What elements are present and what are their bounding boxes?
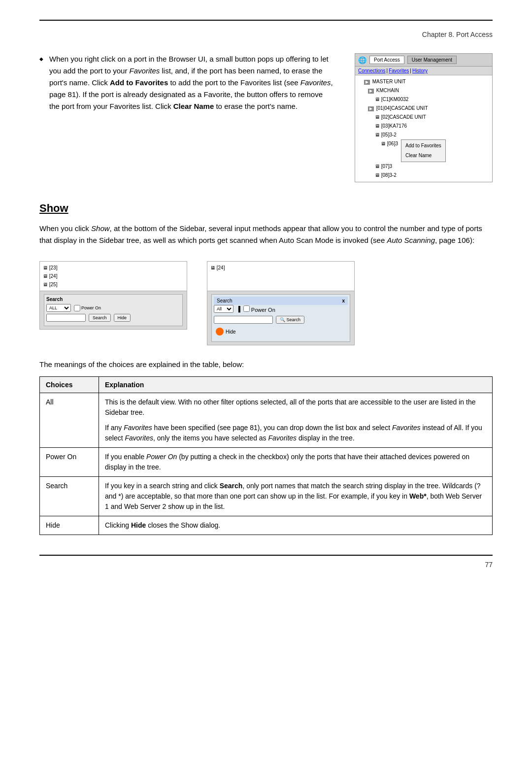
col-choices: Choices [40,377,99,393]
choice-cell: All [40,393,99,448]
page-number: 77 [39,561,493,569]
table-row: SearchIf you key in a search string and … [40,477,493,516]
hide-icon [216,328,224,335]
tab-port-access[interactable]: Port Access [369,56,404,64]
right-dialog-controls: Search x All ▐ Power On [207,291,354,345]
meanings-text: The meanings of the choices are explaine… [39,360,493,369]
tree-item-master[interactable]: ▶ MASTER UNIT [358,77,489,86]
context-menu: Add to Favorites Clear Name [401,139,446,162]
choices-table: Choices Explanation AllThis is the defau… [39,376,493,535]
left-controls-row1: ALL Power On [46,304,180,312]
tree-item-23[interactable]: 🖥 [23] [43,264,184,272]
hide-button-left[interactable]: Hide [114,314,131,322]
explanation-cell: Clicking Hide closes the Show dialog. [99,516,493,535]
all-dropdown-left[interactable]: ALL [46,304,71,312]
search-button-left[interactable]: Search [89,314,111,322]
search-label-left: Search [46,297,180,302]
top-rule [39,20,493,21]
clear-name-menu[interactable]: Clear Name [401,151,445,161]
tree-item-06-row: 🖥 [06]3 Add to Favorites Clear Name [358,139,489,162]
search-bar-label: Search [217,298,233,303]
nav-history[interactable]: History [412,68,428,73]
explanation-cell: This is the default view. With no other … [99,393,493,448]
tree-item-08[interactable]: 🖥 [08]3-2 [358,171,489,180]
nav-connections[interactable]: Connections [358,68,386,73]
tree-item-25[interactable]: 🖥 [25] [43,280,184,289]
show-heading: Show [39,202,493,215]
power-on-checkbox-right[interactable] [243,305,250,312]
expand-icon: ▶ [368,106,374,111]
right-show-dialog: 🖥 [24] Search x All ▐ [207,261,355,345]
tree-item-km0032[interactable]: 🖥 [C1]KM0032 [358,95,489,104]
power-on-label-right: Power On [243,305,275,313]
col-explanation: Explanation [99,377,493,393]
expand-icon: ▶ [368,89,374,94]
tree-item-cascade2[interactable]: 🖥 [02]CASCADE UNIT [358,113,489,122]
bullet-section: When you right click on a port in the Br… [39,53,493,182]
tree-item-kmchain[interactable]: ▶ KMCHAIN [358,86,489,95]
screenshot-tree: ▶ MASTER UNIT ▶ KMCHAIN 🖥 [C1]KM0032 ▶ [… [355,75,492,182]
tree-item-24[interactable]: 🖥 [24] [43,272,184,280]
expand-icon: ▶ [364,80,370,85]
right-controls-row2: 🔍 Search [214,316,348,324]
screenshot-toolbar: 🌐 Port Access User Management [355,54,492,67]
tree-item-cascade1[interactable]: ▶ [01|04]CASCADE UNIT [358,104,489,113]
search-input-right[interactable] [214,316,273,324]
show-description: When you click Show, at the bottom of th… [39,223,493,246]
tree-item-07[interactable]: 🖥 [07]3 [358,162,489,171]
table-row: HideClicking Hide closes the Show dialog… [40,516,493,535]
left-controls-row2: Search Hide [46,314,180,322]
hide-button-right[interactable]: Hide [214,327,238,336]
power-on-label-left: Power On [74,305,101,311]
explanation-cell: If you enable Power On (by putting a che… [99,448,493,477]
globe-icon: 🌐 [358,56,366,64]
left-dialog-tree: 🖥 [23] 🖥 [24] 🖥 [25] [40,262,187,291]
search-input-left[interactable] [46,314,86,322]
right-dialog-tree: 🖥 [24] [207,262,354,291]
bottom-rule [39,555,493,556]
bullet-text: When you right click on a port in the Br… [39,53,335,116]
left-tree-items: 🖥 [23] 🖥 [24] 🖥 [25] [43,264,184,289]
choice-cell: Search [40,477,99,516]
explanation-cell: If you key in a search string and click … [99,477,493,516]
tree-item-06[interactable]: 🖥 [06]3 [375,139,398,148]
screenshot-box: 🌐 Port Access User Management Connection… [355,53,493,182]
tree-item-ka7176[interactable]: 🖥 [03]KA7176 [358,122,489,131]
show-screenshots: 🖥 [23] 🖥 [24] 🖥 [25] Search ALL Power On [39,261,493,345]
screenshot-nav: Connections | Favorites | History [355,67,492,75]
add-to-favorites-menu[interactable]: Add to Favorites [401,141,445,151]
tree-item-24-right[interactable]: 🖥 [24] [210,264,351,272]
nav-favorites[interactable]: Favorites [389,68,409,73]
chapter-header: Chapter 8. Port Access [39,31,493,38]
right-hide-row: Hide [214,327,348,336]
tree-item-05[interactable]: 🖥 [05]3-2 [358,131,489,139]
search-bar-right: Search x [214,297,348,305]
right-controls-row1: All ▐ Power On [214,305,348,313]
all-dropdown-right[interactable]: All [214,305,233,313]
table-row: Power OnIf you enable Power On (by putti… [40,448,493,477]
right-tree-items: 🖥 [24] [210,264,351,272]
bullet-item: When you right click on a port in the Br… [39,53,335,112]
close-search-icon[interactable]: x [342,298,345,303]
chapter-title: Chapter 8. Port Access [422,31,493,38]
choice-cell: Hide [40,516,99,535]
tab-user-management[interactable]: User Management [407,56,457,64]
left-dialog-controls: Search ALL Power On Search Hide [40,291,187,329]
choice-cell: Power On [40,448,99,477]
left-show-dialog: 🖥 [23] 🖥 [24] 🖥 [25] Search ALL Power On [39,261,187,330]
search-button-right[interactable]: 🔍 Search [276,316,304,324]
table-row: AllThis is the default view. With no oth… [40,393,493,448]
power-on-checkbox-left[interactable] [74,305,80,311]
separator-icon: ▐ [236,306,240,312]
